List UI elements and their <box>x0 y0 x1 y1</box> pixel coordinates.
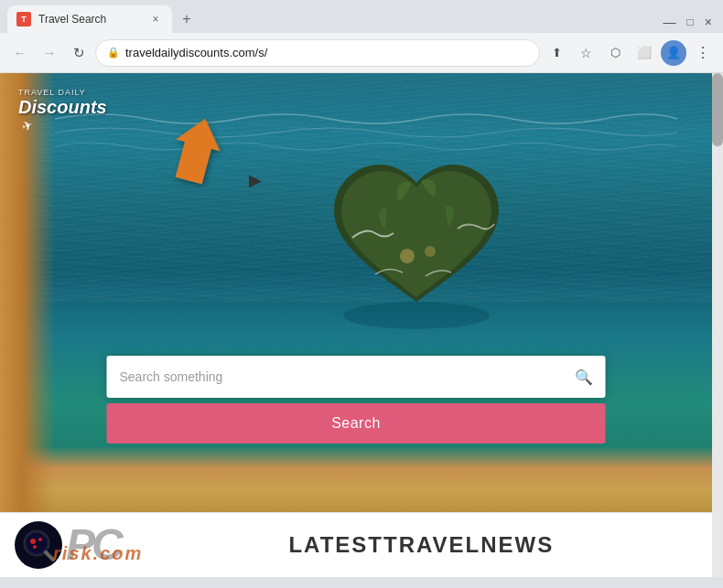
search-input-icon: 🔍 <box>575 369 593 386</box>
share-icon: ⬆ <box>552 46 562 59</box>
svg-point-0 <box>343 302 490 329</box>
split-view-button[interactable]: ⬜ <box>631 40 657 66</box>
logo-plane-icon: ✈ <box>20 116 36 134</box>
svg-line-8 <box>46 552 53 560</box>
latest-label: LATEST <box>288 532 383 558</box>
hero-section: Travel Daily Discounts ✈ ▶ <box>0 73 712 512</box>
search-button[interactable]: Search <box>107 403 606 444</box>
back-button[interactable]: ← <box>7 40 33 66</box>
new-tab-button[interactable]: + <box>174 6 200 32</box>
star-icon: ☆ <box>580 46 592 60</box>
tab-favicon: T <box>16 12 31 27</box>
lock-icon: 🔒 <box>107 47 120 59</box>
svg-point-2 <box>425 246 436 257</box>
scrollbar[interactable] <box>712 73 723 577</box>
site-logo: Travel Daily Discounts ✈ <box>18 88 107 134</box>
heart-island <box>316 146 517 333</box>
page-content: Travel Daily Discounts ✈ ▶ <box>0 73 723 577</box>
split-icon: ⬜ <box>637 46 652 59</box>
logo-tagline: Travel Daily <box>18 88 107 97</box>
search-input-container[interactable]: Search something 🔍 <box>107 356 606 398</box>
title-bar: T Travel Search × + — □ × <box>0 0 723 33</box>
tabs-area: T Travel Search × + <box>7 0 660 33</box>
close-button[interactable]: × <box>705 15 712 29</box>
extensions-button[interactable]: ⬡ <box>602 40 628 66</box>
address-text: traveldailydiscounts.com/s/ <box>125 46 528 59</box>
cursor: ▶ <box>249 172 262 188</box>
svg-point-6 <box>38 538 42 541</box>
active-tab[interactable]: T Travel Search × <box>7 5 172 33</box>
svg-point-5 <box>30 539 36 544</box>
forward-button[interactable]: → <box>37 40 62 66</box>
toolbar: ← → ↻ 🔒 traveldailydiscounts.com/s/ ⬆ ☆ … <box>0 33 723 73</box>
tab-close-button[interactable]: × <box>148 12 163 27</box>
window-controls: — □ × <box>664 15 716 33</box>
back-icon: ← <box>14 45 27 60</box>
search-area: Search something 🔍 Search <box>107 356 606 444</box>
bookmark-button[interactable]: ☆ <box>573 40 599 66</box>
arrow-indicator <box>169 114 233 191</box>
svg-point-1 <box>400 249 415 263</box>
profile-icon: 👤 <box>666 46 681 59</box>
minimize-button[interactable]: — <box>664 15 676 29</box>
travel-label: TRAVEL <box>383 532 480 558</box>
search-placeholder: Search something <box>120 369 575 384</box>
address-bar[interactable]: 🔒 traveldailydiscounts.com/s/ <box>95 39 540 67</box>
footer-news-label: LATEST TRAVEL NEWS <box>135 532 708 558</box>
forward-icon: → <box>43 45 57 60</box>
menu-icon: ⋮ <box>696 44 710 61</box>
beach-strip <box>0 73 55 512</box>
menu-button[interactable]: ⋮ <box>690 40 716 66</box>
watermark: risk.com <box>53 543 143 564</box>
reload-icon: ↻ <box>73 45 85 61</box>
share-button[interactable]: ⬆ <box>544 40 569 66</box>
svg-point-4 <box>27 533 47 553</box>
maximize-button[interactable]: □ <box>687 16 694 28</box>
reload-button[interactable]: ↻ <box>66 40 92 66</box>
browser-window: T Travel Search × + — □ × ← → ↻ 🔒 travel… <box>0 0 723 588</box>
scrollbar-thumb[interactable] <box>712 73 723 146</box>
extensions-icon: ⬡ <box>610 46 620 59</box>
news-label: NEWS <box>480 532 554 558</box>
profile-button[interactable]: 👤 <box>661 40 686 66</box>
logo-brand: Discounts <box>18 97 107 117</box>
svg-point-7 <box>33 545 37 549</box>
tab-title: Travel Search <box>38 13 141 26</box>
